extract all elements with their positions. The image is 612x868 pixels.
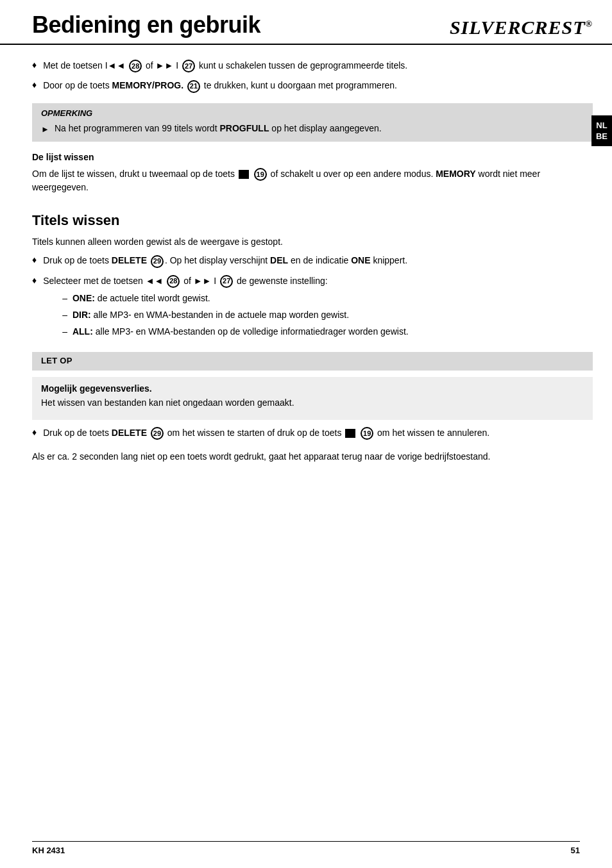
brand-logo: SILVERCREST®: [450, 17, 593, 38]
bullet-icon: ♦: [32, 60, 37, 70]
bullet-icon: ♦: [32, 427, 37, 437]
lijst-wissen-body: Om de lijst te wissen, drukt u tweemaal …: [32, 167, 593, 194]
titels-wissen-intro: Titels kunnen alleen worden gewist als d…: [32, 235, 593, 249]
opmerking-box: OPMERKING ► Na het programmeren van 99 t…: [32, 103, 593, 142]
list-item: ♦ Druk op de toets DELETE 29 om het wiss…: [32, 426, 593, 440]
letop-content: Mogelijk gegevensverlies. Het wissen van…: [32, 377, 593, 420]
lijst-wissen-heading: De lijst wissen: [32, 152, 593, 162]
badge-29: 29: [151, 255, 164, 268]
list-item: ♦ Druk op de toets DELETE 29. Op het dis…: [32, 254, 593, 267]
bullet-icon: ♦: [32, 255, 37, 265]
badge-19: 19: [254, 168, 267, 181]
badge-27: 27: [182, 60, 195, 72]
stop-icon: [239, 170, 249, 179]
closing-text: Als er ca. 2 seconden lang niet op een t…: [32, 450, 593, 463]
bullet-icon: ♦: [32, 275, 37, 285]
footer-model: KH 2431: [32, 846, 65, 855]
titels-bullet-list: ♦ Druk op de toets DELETE 29. Op het dis…: [32, 254, 593, 342]
list-item: ♦ Met de toetsen I◄◄ 28 of ►► I 27 kunt …: [32, 59, 593, 72]
bullet-text: Door op de toets MEMORY/PROG. 21 te druk…: [43, 79, 397, 92]
arrow-icon: ►: [41, 123, 49, 136]
list-item: ♦ Door op de toets MEMORY/PROG. 21 te dr…: [32, 79, 593, 92]
page-title: Bediening en gebruik: [32, 12, 260, 38]
list-item: – ONE: de actuele titel wordt gewist.: [62, 292, 441, 305]
letop-box: LET OP: [32, 352, 593, 371]
badge-28b: 28: [167, 275, 180, 288]
list-item: – DIR: alle MP3- en WMA-bestanden in de …: [62, 308, 441, 322]
sub-bullet-list: – ONE: de actuele titel wordt gewist. – …: [62, 292, 441, 338]
sub-item-text: ONE: de actuele titel wordt gewist.: [72, 292, 210, 305]
sub-item-text: ALL: alle MP3- en WMA-bestanden op de vo…: [72, 325, 409, 338]
bullet-text: Selecteer met de toetsen ◄◄ 28 of ►► I 2…: [43, 274, 441, 342]
badge-28: 28: [129, 60, 142, 72]
dash-icon: –: [62, 308, 67, 322]
bullet-text: Druk op de toets DELETE 29. Op het displ…: [43, 254, 407, 267]
badge-27b: 27: [220, 275, 233, 288]
dash-icon: –: [62, 292, 67, 305]
sub-item-text: DIR: alle MP3- en WMA-bestanden in de ac…: [72, 308, 349, 322]
bullet-icon: ♦: [32, 79, 37, 90]
stop-icon-2: [345, 429, 355, 438]
bullet-text: Druk op de toets DELETE 29 om het wissen…: [43, 426, 489, 440]
list-item: – ALL: alle MP3- en WMA-bestanden op de …: [62, 325, 441, 338]
badge-29b: 29: [151, 427, 164, 440]
page: Bediening en gebruik SILVERCREST® NL BE …: [0, 0, 612, 868]
badge-21: 21: [187, 80, 200, 93]
badge-19b: 19: [361, 427, 373, 440]
lang-nl: NL: [596, 121, 607, 130]
lang-be: BE: [596, 131, 608, 141]
opmerking-title: OPMERKING: [41, 108, 584, 118]
bullet-text: Met de toetsen I◄◄ 28 of ►► I 27 kunt u …: [43, 59, 407, 72]
letop-subheading: Mogelijk gegevensverlies.: [41, 383, 584, 394]
titels-wissen-heading: Titels wissen: [32, 212, 593, 229]
list-item: ♦ Selecteer met de toetsen ◄◄ 28 of ►► I…: [32, 274, 593, 342]
opmerking-content: ► Na het programmeren van 99 titels word…: [41, 122, 584, 136]
footer-page: 51: [571, 846, 580, 855]
main-content: ♦ Met de toetsen I◄◄ 28 of ►► I 27 kunt …: [0, 59, 612, 488]
letop-title: LET OP: [41, 356, 584, 365]
language-tab: NL BE: [591, 115, 612, 146]
letop-body: Het wissen van bestanden kan niet ongeda…: [41, 396, 584, 410]
top-bullet-list: ♦ Met de toetsen I◄◄ 28 of ►► I 27 kunt …: [32, 59, 593, 93]
page-footer: KH 2431 51: [32, 841, 580, 855]
delete-bullet-list: ♦ Druk op de toets DELETE 29 om het wiss…: [32, 426, 593, 440]
dash-icon: –: [62, 325, 67, 338]
opmerking-text: Na het programmeren van 99 titels wordt …: [55, 122, 382, 135]
page-header: Bediening en gebruik SILVERCREST®: [0, 0, 612, 45]
